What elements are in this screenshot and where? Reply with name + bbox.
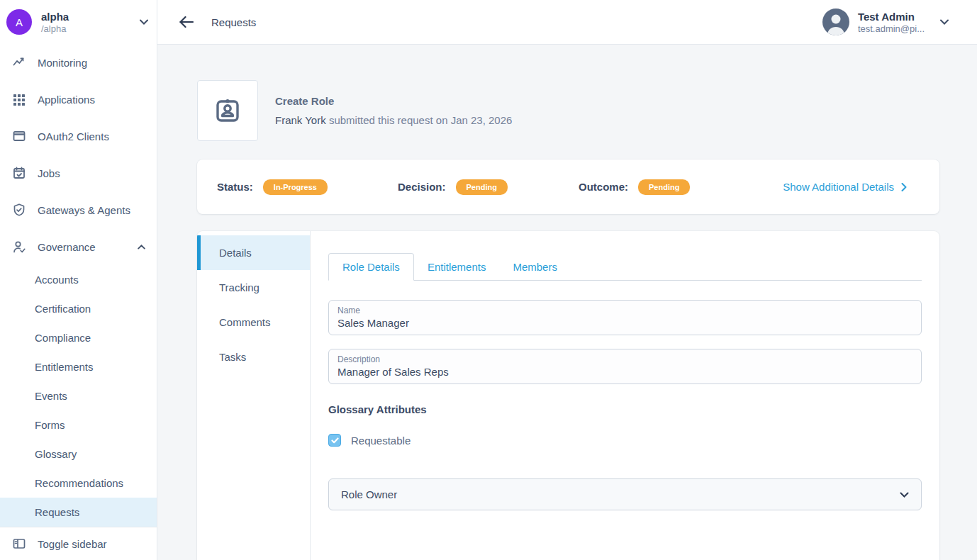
sidebar-item-gateways-agents[interactable]: Gateways & Agents [0,191,157,228]
description-field[interactable]: Description Manager of Sales Reps [328,349,922,384]
status-label: Status: [217,181,253,193]
person-check-icon [12,240,26,254]
environment-avatar: A [6,9,32,35]
chevron-right-icon [901,183,907,191]
tab-entitlements[interactable]: Entitlements [414,254,500,280]
detail-panel: Role Details Entitlements Members Name S… [311,231,939,560]
sidebar-item-applications[interactable]: Applications [0,81,157,118]
tab-members[interactable]: Members [499,254,571,280]
detail-nav-details[interactable]: Details [197,235,310,270]
sidebar-item-events[interactable]: Events [0,381,157,410]
request-summary: Create Role Frank York submitted this re… [197,80,939,141]
role-owner-select[interactable]: Role Owner [328,478,922,510]
user-avatar-icon [822,9,849,35]
calendar-check-icon [12,166,26,180]
requestable-checkbox-row[interactable]: Requestable [328,434,922,447]
chevron-down-icon [900,492,909,498]
sidebar-subitem-label: Events [35,390,67,402]
sidebar-subitem-label: Forms [35,419,65,431]
sidebar-item-glossary[interactable]: Glossary [0,439,157,469]
sidebar-subitem-label: Accounts [35,274,79,286]
submission-date: on Jan 23, 2026 [436,114,513,126]
status-badge: In-Progress [263,179,328,195]
sidebar-item-label: Gateways & Agents [38,204,145,216]
chevron-down-icon [140,19,148,25]
sidebar-subitem-label: Requests [35,506,79,518]
sidebar-item-governance[interactable]: Governance [0,228,157,265]
outcome-group: Outcome: Pending [579,179,759,195]
user-name: Test Admin [858,11,925,23]
detail-nav-tracking[interactable]: Tracking [197,270,310,305]
decision-label: Decision: [398,181,446,193]
sidebar-subitem-label: Entitlements [35,361,94,373]
sidebar-item-compliance[interactable]: Compliance [0,323,157,352]
sidebar-item-forms[interactable]: Forms [0,410,157,439]
sidebar-item-oauth2-clients[interactable]: OAuth2 Clients [0,118,157,155]
requestable-label: Requestable [351,435,411,447]
requestable-checkbox[interactable] [328,434,341,447]
sidebar-item-label: Governance [38,241,138,253]
detail-nav-tasks[interactable]: Tasks [197,340,310,374]
content-area: Create Role Frank York submitted this re… [157,45,977,560]
sidebar-toggle-icon [12,537,26,551]
request-details-card: Details Tracking Comments Tasks Role Det… [197,231,939,560]
status-bar-card: Status: In-Progress Decision: Pending Ou… [197,159,939,214]
requester-name: Frank York [275,114,326,126]
applications-grid-icon [12,92,26,106]
back-button[interactable] [174,11,199,33]
show-additional-details-link[interactable]: Show Additional Details [783,181,907,193]
detail-nav-label: Comments [219,316,271,328]
toggle-sidebar-label: Toggle sidebar [38,538,107,550]
glossary-attributes-heading: Glossary Attributes [328,403,922,415]
user-email: test.admin@pi... [858,23,925,34]
environment-text: alpha /alpha [41,11,140,34]
sidebar-item-jobs[interactable]: Jobs [0,155,157,191]
detail-nav-label: Tasks [219,351,246,363]
chevron-down-icon [940,19,949,25]
environment-switcher[interactable]: A alpha /alpha [0,0,157,44]
user-menu[interactable]: Test Admin test.admin@pi... [822,9,949,35]
user-text: Test Admin test.admin@pi... [858,11,925,34]
decision-badge: Pending [456,179,508,195]
role-tabs: Role Details Entitlements Members [328,253,922,281]
sidebar-subitem-label: Recommendations [35,477,123,489]
sidebar-item-recommendations[interactable]: Recommendations [0,469,157,498]
name-field-label: Name [337,306,912,315]
sidebar-subitem-label: Compliance [35,332,91,344]
sidebar-item-monitoring[interactable]: Monitoring [0,44,157,81]
show-additional-details-label: Show Additional Details [783,181,894,193]
detail-section-nav: Details Tracking Comments Tasks [197,231,311,560]
name-field-value: Sales Manager [337,317,912,329]
detail-nav-label: Details [219,247,252,259]
sidebar-item-requests[interactable]: Requests [0,498,157,527]
browser-window-icon [12,129,26,143]
sidebar-item-entitlements[interactable]: Entitlements [0,352,157,381]
status-group: Status: In-Progress [217,179,398,195]
sidebar-item-accounts[interactable]: Accounts [0,265,157,294]
tab-role-details[interactable]: Role Details [328,253,414,281]
sidebar-item-label: Jobs [38,167,145,179]
sidebar-item-label: Monitoring [38,57,145,69]
name-field[interactable]: Name Sales Manager [328,300,922,335]
page-title: Requests [211,16,256,28]
decision-group: Decision: Pending [398,179,579,195]
main-area: Requests Test Admin test.admin@pi... Cre… [157,0,977,560]
detail-nav-label: Tracking [219,281,259,293]
sidebar-item-certification[interactable]: Certification [0,294,157,323]
toggle-sidebar-button[interactable]: Toggle sidebar [12,537,145,551]
top-bar: Requests Test Admin test.admin@pi... [157,0,977,45]
sidebar: A alpha /alpha Monitoring Applications O… [0,0,157,560]
request-type-title: Create Role [275,95,512,107]
chevron-up-icon [138,245,145,250]
description-field-label: Description [337,354,912,364]
request-submission-line: Frank York submitted this request on Jan… [275,114,512,126]
role-owner-value: Role Owner [341,488,900,500]
sidebar-subitem-label: Certification [35,303,91,315]
arrow-left-icon [179,16,194,28]
sidebar-footer: Toggle sidebar [0,527,157,560]
sidebar-item-label: Applications [38,94,145,106]
sidebar-nav: Monitoring Applications OAuth2 Clients J… [0,44,157,527]
detail-nav-comments[interactable]: Comments [197,305,310,340]
submitted-text: submitted this request [326,114,436,126]
environment-path: /alpha [41,23,140,34]
